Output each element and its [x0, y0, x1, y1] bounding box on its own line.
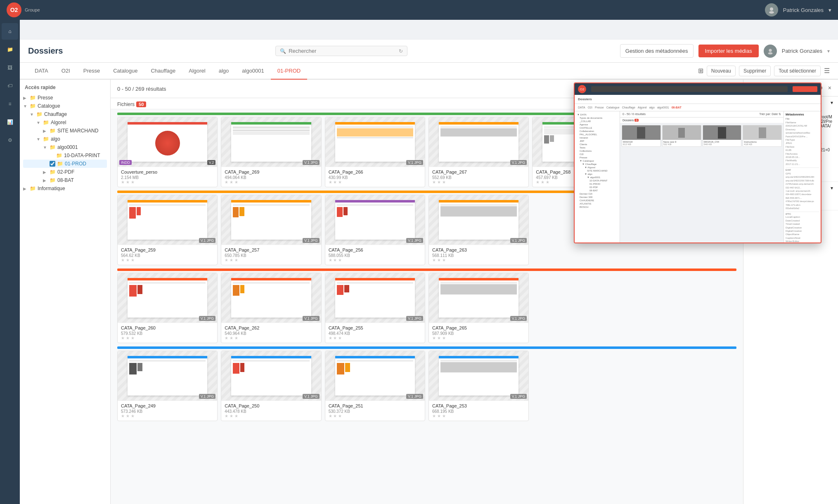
sidebar-item-list[interactable]: ≡	[2, 96, 18, 112]
close-metadata-btn[interactable]: ×	[826, 84, 833, 92]
item-name: CATA_Page_265	[432, 325, 525, 330]
arrow-icon: ▼	[23, 104, 28, 108]
tree-item-01-PROD[interactable]: 📁 01-PROD	[23, 160, 107, 168]
tree-item-02-PDF[interactable]: ▶ 📁 02-PDF	[23, 168, 107, 176]
metadata-button[interactable]: Gestion des métadonnées	[620, 44, 694, 58]
arrow-icon: ▶	[43, 170, 48, 174]
item-info: CATA_Page_266 430.99 KB ★ ★ ★	[325, 167, 425, 187]
item-info: CATA_Page_259 564.62 KB ★ ★ ★	[118, 245, 217, 265]
supprimer-button[interactable]: Supprimer	[739, 66, 771, 76]
tab-Algorel[interactable]: Algorel	[182, 63, 212, 80]
folder-icon: 📁	[50, 128, 56, 134]
tree-item-SITE-MARCHAND[interactable]: ▶ 📁 SITE MARCHAND	[23, 127, 107, 135]
format-badge: V.1 JPG	[199, 394, 216, 399]
item-thumbnail: V.1 JPG	[429, 117, 528, 167]
tab-Presse[interactable]: Presse	[77, 63, 107, 80]
grid-item[interactable]: V.2 INDD Couverture_perso 2.154 MB ★ ★ ★	[117, 117, 218, 187]
tab-01-PROD[interactable]: 01-PROD	[271, 63, 307, 80]
format-badge: V.1 JPG	[406, 238, 423, 243]
item-size: 530.372 KB	[329, 409, 421, 414]
item-size: 443.478 KB	[225, 409, 317, 414]
tab-Catalogue[interactable]: Catalogue	[107, 63, 144, 80]
item-name: CATA_Page_263	[432, 247, 525, 252]
item-name: CATA_Page_250	[225, 403, 317, 408]
sidebar-item-image[interactable]: 🖼	[2, 59, 18, 76]
grid-item[interactable]: V.1 JPG CATA_Page_266 430.99 KB ★ ★ ★	[325, 117, 425, 187]
grid-item[interactable]: V.1 JPG CATA_Page_267 552.69 KB ★ ★ ★	[428, 117, 529, 187]
sidebar-item-chart[interactable]: 📊	[2, 114, 18, 130]
tree-item-08-BAT[interactable]: ▶ 📁 08-BAT	[23, 176, 107, 184]
item-name: CATA_Page_267	[432, 170, 525, 174]
format-badge: V.1 JPG	[406, 160, 423, 165]
item-name: CATA_Page_259	[121, 247, 214, 252]
tree-item-Algorel[interactable]: ▼ 📁 Algorel	[23, 118, 107, 127]
sidebar-item-folder[interactable]: 📁	[2, 41, 18, 58]
tree-item-Informatique[interactable]: ▶ 📁 Informatique	[23, 184, 107, 193]
item-stars: ★ ★ ★	[432, 414, 525, 418]
arrow-icon: ▶	[23, 186, 28, 191]
arrow-icon: ▶	[43, 129, 48, 133]
user-avatar[interactable]	[765, 3, 778, 16]
tab-algo0001[interactable]: algo0001	[235, 63, 271, 80]
grid-item[interactable]: V.1 JPG CATA_Page_262 540.964 KB ★ ★ ★	[221, 273, 321, 343]
item-size: 573.246 KB	[121, 409, 214, 414]
item-thumbnail: V.1 JPG	[221, 273, 321, 323]
item-stars: ★ ★ ★	[329, 414, 421, 418]
tab-O2I[interactable]: O2I	[55, 63, 77, 80]
grid-item[interactable]: V.1 JPG CATA_Page_265 587.909 KB ★ ★ ★	[428, 273, 529, 343]
grid-item[interactable]: V.1 JPG CATA_Page_257 650.785 KB ★ ★ ★	[221, 195, 321, 265]
header-bar: Dossiers 🔍 ↻ Gestion des métadonnées Imp…	[20, 40, 838, 63]
sidebar-item-tag[interactable]: 🏷	[2, 78, 18, 94]
grid-item[interactable]: V.1 JPG CATA_Page_251 530.372 KB ★ ★ ★	[325, 351, 425, 421]
format-badge: V.1 JPG	[303, 316, 320, 321]
files-label: Fichiers	[117, 101, 135, 107]
tree-item-10-DATA-PRINT[interactable]: ▶ 📁 10-DATA-PRINT	[23, 151, 107, 160]
grid-row-3: V.1 JPG CATA_Page_260 579.532 KB ★ ★ ★	[117, 273, 736, 343]
grid-item[interactable]: V.1 JPG CATA_Page_263 568.111 KB ★ ★ ★	[428, 195, 529, 265]
item-size: 540.964 KB	[225, 331, 317, 336]
tree-item-algo0001[interactable]: ▼ 📁 algo0001	[23, 143, 107, 151]
sidebar-item-home[interactable]: ⌂	[2, 23, 18, 40]
tree-item-algo[interactable]: ▼ 📁 algo	[23, 135, 107, 143]
grid-item[interactable]: V.1 JPG CATA_Page_269 494.064 KB ★ ★ ★	[221, 117, 321, 187]
grid-item[interactable]: V.1 JPG CATA_Page_259 564.62 KB ★ ★ ★	[117, 195, 218, 265]
grid-item[interactable]: V.1 JPG CATA_Page_256 588.055 KB ★ ★ ★	[325, 195, 425, 265]
item-info: Couverture_perso 2.154 MB ★ ★ ★	[118, 167, 217, 187]
tree-item-Chauffage[interactable]: ▼ 📁 Chauffage	[23, 110, 107, 118]
header-avatar[interactable]	[764, 45, 777, 58]
grid-item[interactable]: V.1 JPG CATA_Page_255 498.474 KB ★ ★ ★	[325, 273, 425, 343]
import-button[interactable]: Importer les médias	[698, 45, 759, 57]
tab-DATA[interactable]: DATA	[28, 63, 55, 80]
item-info: CATA_Page_251 530.372 KB ★ ★ ★	[325, 400, 425, 421]
page-title: Dossiers	[28, 46, 63, 56]
item-info: CATA_Page_253 668.195 KB ★ ★ ★	[429, 400, 528, 421]
tout-selectionner-button[interactable]: Tout sélectionner	[774, 66, 821, 76]
refresh-icon[interactable]: ↻	[399, 48, 403, 54]
grid-item[interactable]: V.1 JPG CATA_Page_253 668.195 KB ★ ★ ★	[428, 351, 529, 421]
tree-item-Catalogue[interactable]: ▼ 📁 Catalogue	[23, 102, 107, 110]
format-badge: INDD	[119, 160, 132, 165]
overlay-item-info: Nano size 9532 KB	[663, 140, 701, 146]
sidebar-item-settings[interactable]: ⚙	[2, 132, 18, 148]
search-input[interactable]	[289, 48, 396, 54]
grid-view-icon[interactable]: ⊞	[698, 67, 703, 75]
tabs-actions: ⊞ Nouveau Supprimer Tout sélectionner ☰	[698, 66, 830, 76]
folder-icon: 📁	[43, 120, 49, 125]
tab-Chauffage[interactable]: Chauffage	[144, 63, 182, 80]
nouveau-button[interactable]: Nouveau	[707, 66, 736, 76]
overlay-inner: O2 Dossiers DATA O2I Presse Catalogue Ch…	[575, 83, 821, 243]
overlay-btn	[793, 86, 817, 92]
more-options-icon[interactable]: ☰	[824, 67, 830, 75]
grid-item[interactable]: V.1 JPG CATA_Page_249 573.246 KB ★ ★ ★	[117, 351, 218, 421]
overlay-header: O2	[575, 83, 821, 95]
item-size: 650.785 KB	[225, 253, 317, 258]
overlay-cell: 0001518612 KB	[622, 125, 661, 147]
overlay-thumb	[703, 125, 741, 140]
grid-item[interactable]: V.1 JPG CATA_Page_260 579.532 KB ★ ★ ★	[117, 273, 218, 343]
grid-item[interactable]: V.1 JPG CATA_Page_250 443.478 KB ★ ★ ★	[221, 351, 321, 421]
tab-algo[interactable]: algo	[212, 63, 236, 80]
tree-item-Presse[interactable]: ▶ 📁 Presse	[23, 94, 107, 102]
item-size: 579.532 KB	[121, 331, 214, 336]
overlay-files-label: Dossiers 6	[620, 118, 784, 123]
tree-checkbox-01-PROD[interactable]	[50, 161, 55, 167]
